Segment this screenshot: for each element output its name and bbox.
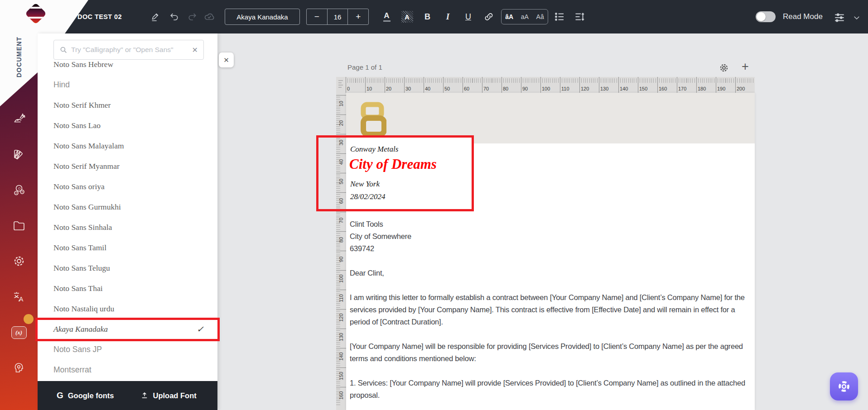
view-settings-sliders-icon[interactable] <box>833 11 846 24</box>
horizontal-ruler[interactable]: 0102030405060708090100110120130140150160… <box>343 77 755 93</box>
v-ruler-label: 30 <box>336 134 346 153</box>
selected-check-icon: ✓ <box>197 324 204 334</box>
font-list-item[interactable]: Hind <box>38 75 217 95</box>
font-search-input[interactable] <box>71 46 188 54</box>
edit-pencil-icon[interactable] <box>148 10 162 24</box>
upload-icon <box>140 391 149 400</box>
h-ruler-label: 10 <box>365 77 385 93</box>
v-ruler-label: 140 <box>336 348 346 367</box>
company-logo-icon <box>360 102 386 138</box>
font-list-item[interactable]: Noto Sans Malayalam <box>38 136 217 156</box>
panel-close-button[interactable]: ✕ <box>219 52 234 67</box>
document-page[interactable]: Conway Metals City of Dreams New York 28… <box>346 93 755 410</box>
letter-paragraph[interactable]: [Your Company Name] will be responsible … <box>350 340 750 365</box>
text-color-button[interactable]: A <box>380 9 394 24</box>
google-fonts-button[interactable]: G Google fonts <box>57 391 114 400</box>
svg-text:H: H <box>21 191 23 193</box>
font-list-item[interactable]: Montserrat <box>38 360 217 380</box>
svg-text:O: O <box>18 187 21 190</box>
chevron-down-icon[interactable] <box>850 11 863 24</box>
h-ruler-label: 30 <box>404 77 424 93</box>
text-case-option[interactable]: aA <box>521 13 529 20</box>
bold-button[interactable]: B <box>420 9 434 24</box>
read-mode-toggle[interactable] <box>756 11 776 22</box>
redo-icon[interactable] <box>185 10 199 24</box>
sidebar-item-color-swatches[interactable] <box>11 147 27 162</box>
font-list-item[interactable]: Noto Sans Telugu <box>38 258 217 278</box>
svg-text:A: A <box>19 296 24 303</box>
font-list-item[interactable]: Noto Sans Lao <box>38 115 217 136</box>
upload-font-button[interactable]: Upload Font <box>140 391 197 400</box>
letter-paragraph[interactable]: I am writing this letter to formally est… <box>350 291 750 328</box>
help-fab-button[interactable] <box>830 372 858 400</box>
sidebar-item-molecule[interactable]: OHH <box>11 182 27 198</box>
font-picker-panel: ✕ Noto Sans HebrewHindNoto Serif KhmerNo… <box>38 33 217 410</box>
v-ruler-label: 20 <box>336 114 346 134</box>
letterhead-city[interactable]: New York <box>350 180 380 189</box>
v-ruler-label: 130 <box>336 329 346 348</box>
google-g-icon: G <box>57 391 63 400</box>
search-icon <box>59 46 68 54</box>
v-ruler-label: 100 <box>336 270 346 290</box>
highlight-color-button[interactable]: A <box>400 9 414 24</box>
h-ruler-label: 200 <box>735 77 755 93</box>
recipient-block[interactable]: Clint Tools City of Somewhere 639742 <box>350 218 750 255</box>
text-case-option[interactable]: âA <box>505 13 513 20</box>
font-list-item[interactable]: Noto Nastaliq urdu <box>38 299 217 319</box>
sidebar-item-variables[interactable]: (x) <box>11 325 27 340</box>
font-list-item[interactable]: Noto Sans Sinhala <box>38 217 217 238</box>
bullet-list-icon[interactable] <box>553 10 566 24</box>
undo-icon[interactable] <box>168 10 181 24</box>
letterhead-date[interactable]: 28/02/2024 <box>350 192 385 201</box>
h-ruler-label: 140 <box>618 77 638 93</box>
font-list-item[interactable]: Noto Sans Gurmukhi <box>38 197 217 217</box>
format-group: A A B I U <box>380 8 496 25</box>
salutation[interactable]: Dear Clint, <box>350 267 750 279</box>
letterhead-band <box>346 93 755 143</box>
cloud-save-icon[interactable] <box>203 10 216 24</box>
font-size-increase-button[interactable]: + <box>348 9 368 24</box>
letter-paragraph[interactable]: 1. Services: [Your Company Name] will pr… <box>350 377 750 401</box>
font-family-selector[interactable]: Akaya Kanadaka <box>225 9 300 25</box>
v-ruler-label: 50 <box>336 173 346 192</box>
font-size-value[interactable]: 16 <box>328 9 348 24</box>
font-list-item[interactable]: Noto Sans Thai <box>38 278 217 299</box>
h-ruler-label: 170 <box>677 77 696 93</box>
font-list-item[interactable]: Noto Sans oriya <box>38 176 217 197</box>
v-ruler-label: 10 <box>336 95 346 114</box>
h-ruler-label: 60 <box>463 77 482 93</box>
italic-button[interactable]: I <box>441 9 455 24</box>
add-page-button[interactable]: + <box>739 60 751 73</box>
font-size-decrease-button[interactable]: − <box>307 9 327 24</box>
font-list-item[interactable]: Akaya Kanadaka✓ <box>38 319 217 339</box>
page-indicator: Page 1 of 1 <box>347 63 382 71</box>
page-settings-gear-icon[interactable] <box>719 62 729 73</box>
life-buoy-icon <box>837 380 851 393</box>
v-ruler-label: 80 <box>336 231 346 251</box>
svg-text:H: H <box>15 192 17 195</box>
h-ruler-label: 90 <box>521 77 540 93</box>
v-ruler-label: 150 <box>336 367 346 387</box>
sidebar-item-settings[interactable] <box>11 253 27 269</box>
search-clear-icon[interactable]: ✕ <box>192 46 198 54</box>
h-ruler-label: 40 <box>424 77 443 93</box>
font-list-item[interactable]: Noto Sans Tamil <box>38 238 217 258</box>
letter-body[interactable]: Clint Tools City of Somewhere 639742Dear… <box>350 218 750 410</box>
text-case-option[interactable]: Aâ <box>536 13 544 20</box>
h-ruler-label: 100 <box>540 77 560 93</box>
font-list-item[interactable]: Noto Sans Hebrew <box>38 60 217 75</box>
app-window: Page 1 of 1 + 01020304050607080901001101… <box>0 0 868 410</box>
vertical-ruler[interactable]: 102030405060708090100110120130140150160 <box>336 93 346 410</box>
insert-link-icon[interactable] <box>482 9 496 24</box>
font-list-item[interactable]: Noto Serif Khmer <box>38 95 217 115</box>
letterhead-title[interactable]: City of Dreams <box>349 156 437 172</box>
letterhead-company[interactable]: Conway Metals <box>350 145 398 154</box>
sidebar-item-art-tools[interactable] <box>11 111 27 127</box>
line-spacing-icon[interactable] <box>573 10 586 24</box>
sidebar-item-folder[interactable] <box>11 218 27 234</box>
sidebar-item-translate[interactable]: A <box>11 289 27 305</box>
underline-button[interactable]: U <box>461 9 475 24</box>
font-list-item[interactable]: Noto Serif Myanmar <box>38 156 217 176</box>
font-list-item[interactable]: Noto Sans JP <box>38 339 217 360</box>
sidebar-item-idea[interactable] <box>11 360 27 376</box>
